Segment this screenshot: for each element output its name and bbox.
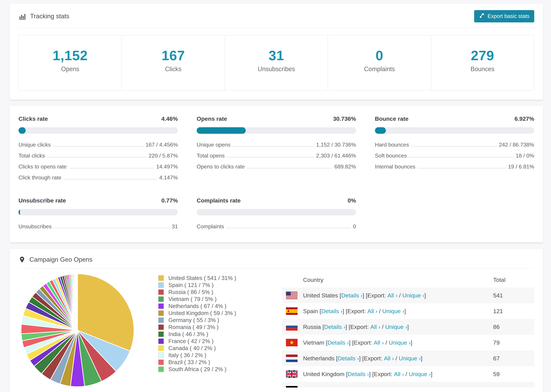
total-cell: 79 (493, 339, 534, 346)
export-unique-link[interactable]: Unique › (402, 292, 424, 299)
rate-block-unsubscribe-rate: Unsubscribe rate0.77%Unsubscribes31 (19, 197, 178, 230)
stat-value: 31 (225, 48, 328, 63)
legend-swatch (158, 317, 164, 323)
rate-value: 6.927% (515, 115, 534, 122)
geo-table-header: Country Total (282, 272, 534, 287)
rate-progress-fill (375, 127, 386, 134)
geo-divider (19, 268, 534, 269)
legend-swatch (158, 345, 164, 351)
geo-legend: United States ( 541 / 31% )Spain ( 121 /… (158, 272, 254, 388)
details-link[interactable]: Details › (348, 371, 369, 378)
slash-text: / (377, 308, 382, 315)
legend-item: United Kingdom ( 59 / 3% ) (158, 309, 254, 317)
table-row: United Kingdom [Details ›] [Export: All … (282, 366, 534, 382)
export-basic-stats-button[interactable]: Export basic stats (474, 10, 534, 22)
total-cell: 59 (493, 371, 534, 378)
bracket-text: ] (431, 371, 432, 378)
rate-detail-label: Internal bounces (375, 163, 416, 170)
export-icon (479, 13, 485, 20)
export-all-link[interactable]: All › (394, 371, 404, 378)
slash-text: / (380, 324, 385, 330)
stat-value: 167 (122, 48, 225, 63)
rate-progress-track (19, 209, 178, 216)
dotted-leader (47, 157, 146, 158)
legend-label: Brazil ( 33 / 2% ) (168, 359, 210, 365)
geo-table-body: United States [Details ›] [Export: All ›… (282, 287, 534, 388)
legend-swatch (158, 310, 164, 316)
rate-title: Bounce rate (375, 115, 409, 122)
legend-item: France ( 42 / 2% ) (158, 338, 254, 345)
header-divider (19, 28, 534, 28)
country-cell: Spain [Details ›] [Export: All › / Uniqu… (286, 307, 493, 315)
geo-country-table: Country Total United States [Details ›] … (282, 272, 534, 388)
rate-progress-fill (19, 209, 20, 216)
legend-item: Russia ( 86 / 5% ) (158, 288, 254, 295)
country-cell: Vietnam [Details ›] [Export: All › / Uni… (286, 339, 493, 346)
rate-value: 30.736% (333, 115, 356, 122)
legend-swatch (158, 324, 164, 330)
export-unique-link[interactable]: Unique › (389, 339, 411, 346)
dotted-leader (411, 146, 497, 147)
export-all-link[interactable]: All › (374, 339, 384, 346)
stat-label: Bounces (431, 65, 534, 73)
export-unique-link[interactable]: Unique › (409, 371, 431, 378)
legend-swatch (158, 331, 164, 337)
bracket-text: ] (424, 292, 426, 299)
rate-detail-value: 242 / 86.738% (499, 142, 534, 148)
summary-stat-complaints: 0Complaints (328, 35, 431, 91)
rate-title-row: Clicks rate4.46% (19, 115, 178, 122)
table-row: Vietnam [Details ›] [Export: All › / Uni… (282, 335, 534, 350)
legend-item: United States ( 541 / 31% ) (158, 274, 254, 281)
rate-detail-value: 14.497% (156, 163, 178, 170)
rate-detail-label: Unique clicks (19, 142, 51, 148)
details-link[interactable]: Details › (338, 355, 359, 362)
legend-label: Romania ( 49 / 3% ) (168, 324, 219, 330)
nl-flag-icon (286, 355, 297, 362)
legend-label: Russia ( 86 / 5% ) (168, 289, 213, 295)
legend-label: Netherlands ( 67 / 4% ) (168, 303, 226, 309)
location-pin-icon (19, 256, 26, 263)
export-all-link[interactable]: All › (387, 292, 397, 299)
details-link[interactable]: Details › (327, 339, 349, 346)
details-link[interactable]: Details › (341, 292, 363, 299)
rate-detail-value: 167 / 4.456% (146, 142, 178, 148)
country-name: Spain (303, 308, 318, 315)
country-name: Netherlands (303, 355, 334, 362)
export-text: ] [Export: (346, 324, 370, 330)
legend-swatch (158, 359, 164, 365)
summary-stat-opens: 1,152Opens (19, 35, 122, 91)
stat-label: Complaints (328, 65, 431, 73)
summary-stats-row: 1,152Opens167Clicks31Unsubscribes0Compla… (19, 35, 534, 91)
rate-detail-value: 0 (353, 223, 356, 230)
dotted-leader (69, 168, 154, 168)
rate-detail-row: Internal bounces19 / 6.81% (375, 163, 534, 170)
rate-detail-row: Soft bounces18 / 0% (375, 153, 534, 159)
rate-title-row: Opens rate30.736% (197, 115, 356, 122)
details-link[interactable]: Details › (324, 324, 346, 330)
rate-detail-value: 4.147% (159, 175, 178, 181)
export-unique-link[interactable]: Unique › (399, 355, 421, 362)
export-all-link[interactable]: All › (384, 355, 394, 362)
rate-detail-label: Total opens (197, 153, 225, 159)
export-all-link[interactable]: All › (370, 324, 380, 330)
export-button-label: Export basic stats (487, 13, 530, 19)
export-unique-link[interactable]: Unique › (385, 324, 407, 330)
legend-swatch (158, 338, 164, 344)
rate-value: 0% (348, 197, 356, 204)
rate-block-opens-rate: Opens rate30.736%Unique opens1,152 / 30.… (197, 115, 356, 181)
legend-item: Spain ( 121 / 7% ) (158, 281, 254, 288)
rate-detail-row: Clicks to opens rate14.497% (19, 163, 178, 170)
legend-item: Italy ( 36 / 2% ) (158, 352, 254, 359)
page-title: Tracking stats (30, 13, 69, 20)
ru-flag-icon (286, 323, 297, 331)
rate-detail-label: Complaints (197, 223, 224, 230)
legend-label: South Africa ( 29 / 2% ) (168, 366, 226, 372)
export-all-link[interactable]: All › (367, 308, 377, 315)
legend-swatch (158, 296, 164, 302)
export-text: ] [Export: (359, 355, 384, 362)
rate-detail-row: Unsubscribes31 (19, 223, 178, 230)
pie-slice-other (77, 274, 78, 330)
export-unique-link[interactable]: Unique › (382, 308, 404, 315)
details-link[interactable]: Details › (321, 308, 343, 315)
dotted-leader (233, 146, 314, 147)
